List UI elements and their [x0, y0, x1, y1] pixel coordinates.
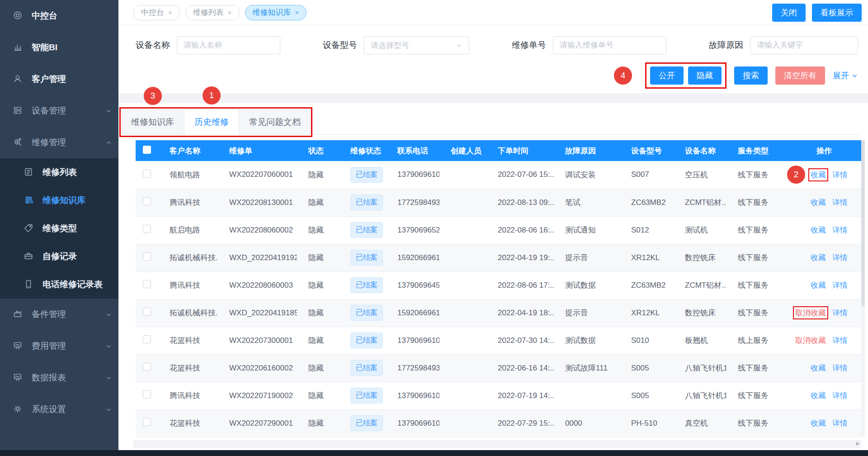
row-checkbox[interactable] [143, 197, 151, 205]
cell-phone: 17725984939 [386, 189, 439, 216]
sidebar-item-device-mgmt[interactable]: 设备管理 [0, 95, 118, 127]
page-tag[interactable]: 维修知识库× [245, 5, 307, 20]
repair-icon [13, 137, 24, 148]
favorite-link[interactable]: 收藏 [811, 171, 826, 179]
page-tag[interactable]: 中控台× [133, 5, 180, 20]
filter-group: 故障原因 [709, 36, 858, 54]
clear-all-button[interactable]: 清空所有 [775, 66, 825, 85]
favorite-link[interactable]: 收藏 [811, 253, 826, 262]
row-checkbox[interactable] [143, 335, 151, 343]
public-button[interactable]: 公开 [650, 66, 684, 85]
app-root: 中控台智能BI客户管理设备管理维修管理维修列表维修知识库维修类型自修记录电话维修… [0, 0, 868, 456]
device-name-input[interactable] [177, 36, 280, 54]
list-icon [24, 167, 34, 178]
detail-link[interactable]: 详情 [832, 253, 848, 262]
cell-customer: 腾讯科技 [158, 189, 218, 216]
filter-group: 设备型号请选择型号 [323, 36, 469, 54]
row-checkbox[interactable] [143, 252, 151, 261]
favorite-link[interactable]: 收藏 [811, 391, 826, 400]
table-panel: 3 1 维修知识库历史维修常见问题文档 客户名称维修单状态维修状态联系电话创建人… [118, 103, 868, 456]
vertical-scrollbar-thumb[interactable] [861, 140, 865, 306]
open-page-tags: 中控台×维修列表×维修知识库× [133, 5, 307, 20]
sidebar-item-self-repair-record[interactable]: 自修记录 [0, 242, 118, 271]
row-checkbox[interactable] [143, 308, 151, 316]
hide-button[interactable]: 隐藏 [688, 66, 722, 85]
sidebar-item-parts-mgmt[interactable]: 备件管理 [0, 299, 118, 330]
tab-history[interactable]: 历史维修 [184, 109, 239, 135]
cell-order: WXD_20220419192... [218, 244, 297, 271]
row-checkbox[interactable] [143, 363, 151, 371]
cell-repair_status: 已结案 [339, 299, 386, 327]
sidebar-item-console[interactable]: 中控台 [0, 0, 118, 32]
detail-link[interactable]: 详情 [832, 336, 848, 345]
favorite-link[interactable]: 收藏 [811, 198, 826, 207]
detail-link[interactable]: 详情 [832, 198, 848, 207]
row-checkbox[interactable] [143, 280, 151, 288]
favorite-link[interactable]: 收藏 [811, 281, 826, 290]
detail-link[interactable]: 详情 [832, 226, 848, 234]
cancel-favorite-link[interactable]: 取消收藏 [795, 336, 826, 345]
row-checkbox[interactable] [143, 390, 151, 399]
sidebar-item-repair-type[interactable]: 维修类型 [0, 214, 118, 242]
favorite-link[interactable]: 收藏 [811, 419, 826, 428]
sidebar-item-fee-mgmt[interactable]: 费用管理 [0, 330, 118, 362]
device-model-select[interactable]: 请选择型号 [364, 36, 469, 54]
sidebar-item-smart-bi[interactable]: 智能BI [0, 32, 118, 63]
sidebar-item-repair-list[interactable]: 维修列表 [0, 158, 118, 186]
filter-panel: 设备名称设备型号请选择型号维修单号故障原因 4 公开 隐藏 搜索 清空所有 展开 [118, 25, 868, 93]
repair-order-input[interactable] [553, 36, 666, 54]
filter-label: 故障原因 [709, 39, 743, 51]
repair-status-tag: 已结案 [350, 305, 383, 321]
table-row: 花篮科技WX202207300001隐藏已结案137906961072022-0… [136, 327, 861, 354]
close-icon[interactable]: × [228, 9, 232, 16]
cell-customer: 拓诚机械科技... [158, 244, 218, 271]
cell-service: 线下服务 [726, 216, 787, 244]
tab-knowledge-base[interactable]: 维修知识库 [121, 109, 184, 135]
board-display-button[interactable]: 看板展示 [812, 4, 862, 22]
cell-status: 隐藏 [297, 161, 339, 189]
tabs-row: 3 1 维修知识库历史维修常见问题文档 [121, 109, 861, 135]
scroll-right-arrow-icon[interactable] [856, 442, 859, 446]
table-row: 领航电路WX202207060001隐藏已结案137906961072022-0… [136, 161, 861, 189]
detail-link[interactable]: 详情 [832, 281, 848, 290]
sidebar-item-system-settings[interactable]: 系统设置 [0, 394, 118, 425]
vertical-scrollbar[interactable] [861, 140, 865, 437]
cell-service: 线下服务 [726, 409, 787, 437]
fault-reason-input[interactable] [750, 36, 858, 54]
cell-repair_status: 已结案 [339, 244, 386, 271]
detail-link[interactable]: 详情 [832, 309, 848, 317]
search-button[interactable]: 搜索 [734, 66, 768, 85]
expand-toggle[interactable]: 展开 [833, 70, 858, 81]
row-checkbox[interactable] [143, 225, 151, 233]
sidebar-item-repair-mgmt[interactable]: 维修管理 [0, 127, 118, 158]
detail-link[interactable]: 详情 [832, 419, 848, 428]
cell-status: 隐藏 [297, 327, 339, 354]
column-header: 设备型号 [620, 140, 674, 161]
sidebar-item-customer-mgmt[interactable]: 客户管理 [0, 63, 118, 95]
detail-link[interactable]: 详情 [832, 364, 848, 372]
detail-link[interactable]: 详情 [832, 391, 848, 400]
cancel-favorite-link[interactable]: 取消收藏 [795, 309, 826, 317]
annotation-circle-3: 3 [144, 87, 162, 105]
cell-phone: 13790696458 [386, 271, 439, 299]
tab-faq-docs[interactable]: 常见问题文档 [239, 109, 311, 135]
horizontal-scrollbar[interactable] [133, 440, 861, 448]
row-checkbox[interactable] [143, 418, 151, 426]
close-icon[interactable]: × [168, 9, 172, 16]
row-checkbox[interactable] [143, 170, 151, 178]
cell-order: WX202208060003 [218, 271, 297, 299]
cell-order_time: 2022-08-13 09:... [486, 189, 554, 216]
close-button[interactable]: 关闭 [772, 4, 806, 22]
favorite-link[interactable]: 收藏 [811, 364, 826, 372]
close-icon[interactable]: × [295, 9, 299, 16]
detail-link[interactable]: 详情 [832, 171, 848, 179]
sidebar-item-repair-knowledge-base[interactable]: 维修知识库 [0, 186, 118, 214]
page-tag[interactable]: 维修列表× [185, 5, 240, 20]
select-all-checkbox[interactable] [143, 146, 151, 154]
cell-phone: 13790696107 [386, 382, 439, 409]
cell-service: 线下服务 [726, 161, 787, 189]
sidebar-item-phone-repair-record[interactable]: 电话维修记录表 [0, 271, 118, 299]
sidebar-item-data-report[interactable]: 数据报表 [0, 362, 118, 394]
favorite-link[interactable]: 收藏 [811, 226, 826, 234]
cell-repair_status: 已结案 [339, 271, 386, 299]
